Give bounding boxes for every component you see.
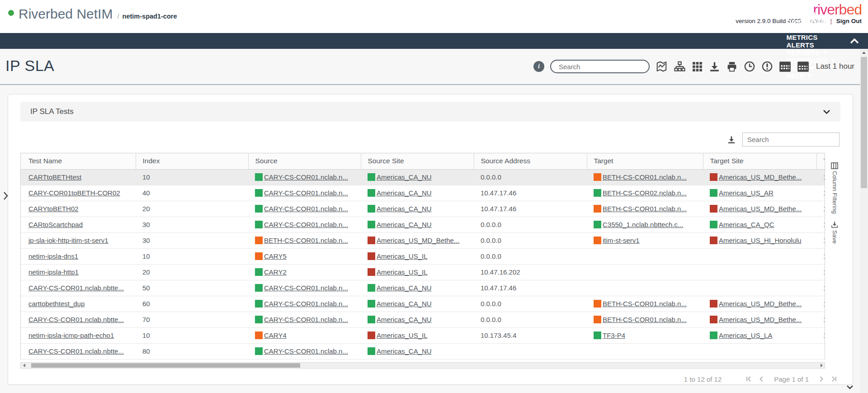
column-header-ta[interactable]: Ta xyxy=(816,153,825,169)
nav-item-home[interactable]: HOME xyxy=(778,3,844,10)
nav-item-dashboards[interactable]: DASHBOARDS xyxy=(778,18,844,26)
source-link[interactable]: CARY-CS-COR01.nclab.n... xyxy=(264,173,348,181)
table-export-icon[interactable] xyxy=(727,135,736,144)
nav-item-search[interactable]: SEARCH xyxy=(778,10,844,18)
test-name-link[interactable]: jp-sla-iok-http-itim-st-serv1 xyxy=(28,237,108,244)
collapse-nav-icon[interactable] xyxy=(850,38,859,44)
source-link[interactable]: CARY2 xyxy=(264,268,287,276)
table-row[interactable]: carttobethtest_dup 60 CARY-CS-COR01.ncla… xyxy=(21,296,825,312)
scroll-up-icon[interactable] xyxy=(860,49,868,56)
source-link[interactable]: BETH-CS-COR01.nclab.n... xyxy=(264,237,348,244)
source-link[interactable]: CARY-CS-COR01.nclab.n... xyxy=(264,221,348,228)
target-site-link[interactable]: Americas_CA_QC xyxy=(719,221,774,228)
target-site-link[interactable]: Americas_US_MD_Bethe... xyxy=(719,205,802,213)
test-name-link[interactable]: carttobethtest_dup xyxy=(28,300,85,308)
table-search-input[interactable] xyxy=(742,133,840,147)
nav-item-topology[interactable]: TOPOLOGY xyxy=(778,26,844,33)
test-name-link[interactable]: CARYtoBETH02 xyxy=(28,205,79,213)
source-link[interactable]: CARY-CS-COR01.nclab.n... xyxy=(264,205,348,213)
horizontal-scroll-thumb[interactable] xyxy=(31,363,300,368)
table-compact-icon[interactable] xyxy=(779,61,791,72)
source-link[interactable]: CARY-CS-COR01.nclab.n... xyxy=(264,300,348,308)
table-row[interactable]: jp-sla-iok-http-itim-st-serv1 30 BETH-CS… xyxy=(21,232,825,248)
column-header-target[interactable]: Target xyxy=(587,153,703,169)
table-row[interactable]: netim-ipsla-icmp-path-echo1 10 CARY4 Ame… xyxy=(21,327,825,343)
test-name-link[interactable]: CARY-CS-COR01.nclab.nbtte... xyxy=(28,316,124,323)
column-filtering-tool[interactable]: Column Filtering xyxy=(831,162,838,214)
source-link[interactable]: CARY-CS-COR01.nclab.n... xyxy=(264,316,348,323)
vertical-scroll-thumb[interactable] xyxy=(861,57,867,188)
source-site-link[interactable]: Americas_CA_NU xyxy=(377,205,432,213)
last-page-icon[interactable] xyxy=(828,375,840,383)
test-name-link[interactable]: netim-ipsla-http1 xyxy=(28,268,79,276)
target-link[interactable]: BETH-CS-COR01.nclab.n... xyxy=(603,173,687,181)
chart-map-icon[interactable] xyxy=(656,61,668,72)
test-name-link[interactable]: CARY-CS-COR01.nclab.nbtte... xyxy=(28,284,124,292)
column-header-source-site[interactable]: Source Site xyxy=(361,153,474,169)
source-link[interactable]: CARY4 xyxy=(264,331,287,339)
scroll-left-icon[interactable] xyxy=(21,363,27,368)
test-name-link[interactable]: CARY-COR01toBETH-COR02 xyxy=(28,189,120,197)
column-header-test-name[interactable]: Test Name xyxy=(21,153,136,169)
column-header-source[interactable]: Source xyxy=(248,153,361,169)
column-header-index[interactable]: Index xyxy=(136,153,248,169)
table-row[interactable]: netim-ipsla-http1 20 CARY2 Americas_US_I… xyxy=(21,264,825,280)
print-icon[interactable] xyxy=(726,61,738,72)
source-site-link[interactable]: Americas_CA_NU xyxy=(377,173,432,181)
target-site-link[interactable]: Americas_US_MD_Bethe... xyxy=(719,316,802,323)
collapse-panel-icon[interactable] xyxy=(823,109,830,114)
target-site-link[interactable]: Americas_US_MD_Bethe... xyxy=(719,173,802,181)
column-header-source-address[interactable]: Source Address xyxy=(474,153,587,169)
table-detail-icon[interactable] xyxy=(797,61,809,72)
clock-icon[interactable] xyxy=(744,61,755,72)
target-link[interactable]: TF3-P4 xyxy=(603,331,625,339)
target-link[interactable]: C3550_1.nclab.nbttech.c... xyxy=(603,221,683,228)
expand-bottom-panel-icon[interactable] xyxy=(846,385,854,389)
scroll-right-icon[interactable] xyxy=(818,363,825,368)
table-row[interactable]: CARtoScartchpad 30 CARY-CS-COR01.nclab.n… xyxy=(21,217,825,232)
nav-item-metrics[interactable]: METRICS xyxy=(778,33,844,41)
target-link[interactable]: itim-st-serv1 xyxy=(603,237,640,244)
save-tool[interactable]: Save xyxy=(831,221,838,244)
horizontal-scrollbar[interactable] xyxy=(20,362,825,369)
source-link[interactable]: CARY-CS-COR01.nclab.n... xyxy=(264,347,348,355)
test-name-link[interactable]: CARY-CS-COR01.nclab.nbtte... xyxy=(28,347,124,355)
export-icon[interactable] xyxy=(709,61,720,72)
test-name-link[interactable]: CARtoScartchpad xyxy=(28,221,83,228)
target-site-link[interactable]: Americas_US_LA xyxy=(719,331,772,339)
first-page-icon[interactable] xyxy=(742,375,755,383)
test-name-link[interactable]: netim-ipsla-icmp-path-echo1 xyxy=(28,331,114,339)
test-name-link[interactable]: netim-ipsla-dns1 xyxy=(28,252,78,260)
topology-icon[interactable] xyxy=(674,61,686,72)
source-site-link[interactable]: Americas_CA_NU xyxy=(377,284,432,292)
table-row[interactable]: CARY-CS-COR01.nclab.nbtte... 70 CARY-CS-… xyxy=(21,312,825,327)
source-site-link[interactable]: Americas_CA_NU xyxy=(377,189,432,197)
target-link[interactable]: BETH-CS-COR01.nclab.n... xyxy=(603,205,687,213)
source-site-link[interactable]: Americas_CA_NU xyxy=(377,347,432,355)
table-row[interactable]: CARTtoBETHtest 10 CARY-CS-COR01.nclab.n.… xyxy=(21,169,825,185)
source-site-link[interactable]: Americas_US_IL xyxy=(377,252,428,260)
target-site-link[interactable]: Americas_US_HI_Honolulu xyxy=(719,237,802,244)
table-row[interactable]: CARY-CS-COR01.nclab.nbtte... 80 CARY-CS-… xyxy=(21,343,825,359)
test-name-link[interactable]: CARTtoBETHtest xyxy=(28,173,81,181)
grid-icon[interactable] xyxy=(692,61,703,72)
table-row[interactable]: CARY-CS-COR01.nclab.nbtte... 50 CARY-CS-… xyxy=(21,280,825,296)
time-range-label[interactable]: Last 1 hour xyxy=(816,62,854,71)
source-link[interactable]: CARY5 xyxy=(264,252,287,260)
source-site-link[interactable]: Americas_US_IL xyxy=(377,268,428,276)
source-link[interactable]: CARY-CS-COR01.nclab.n... xyxy=(264,189,348,197)
expand-sidebar-icon[interactable] xyxy=(3,191,9,201)
source-site-link[interactable]: Americas_US_MD_Bethe... xyxy=(377,237,459,244)
source-link[interactable]: CARY-CS-COR01.nclab.n... xyxy=(264,284,348,292)
source-site-link[interactable]: Americas_US_IL xyxy=(377,331,428,339)
source-site-link[interactable]: Americas_CA_NU xyxy=(377,316,432,323)
target-site-link[interactable]: Americas_US_AR xyxy=(719,189,774,197)
prev-page-icon[interactable] xyxy=(755,375,768,383)
source-site-link[interactable]: Americas_CA_NU xyxy=(377,300,432,308)
info-icon[interactable]: i xyxy=(533,61,544,72)
target-site-link[interactable]: Americas_US_MD_Bethe... xyxy=(719,300,802,308)
table-row[interactable]: CARY-COR01toBETH-COR02 40 CARY-CS-COR01.… xyxy=(21,185,825,201)
column-header-target-site[interactable]: Target Site xyxy=(703,153,816,169)
vertical-scrollbar[interactable] xyxy=(860,49,868,393)
source-site-link[interactable]: Americas_CA_NU xyxy=(377,221,432,228)
